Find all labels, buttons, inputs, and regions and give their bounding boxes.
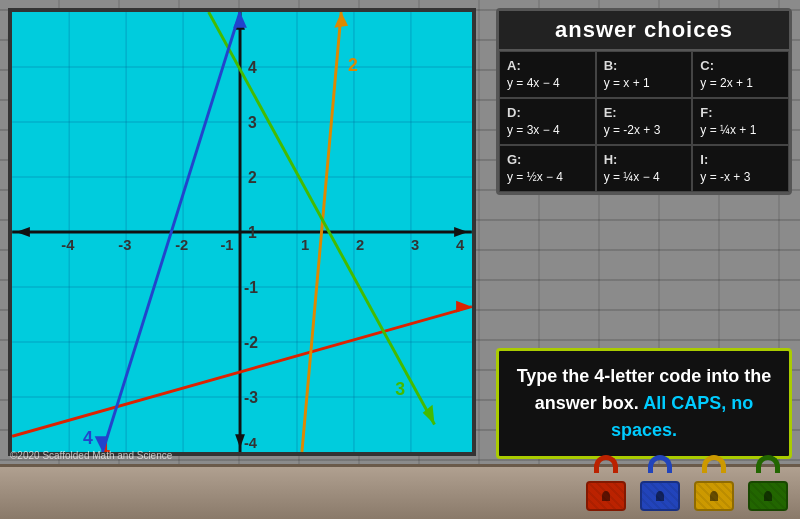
answer-cell-e: E:y = -2x + 3 [596, 98, 693, 145]
svg-text:4: 4 [456, 237, 465, 253]
svg-text:1: 1 [301, 237, 309, 253]
svg-text:2: 2 [356, 237, 364, 253]
svg-text:-1: -1 [244, 279, 258, 296]
svg-text:-4: -4 [244, 435, 258, 451]
padlock-body [748, 481, 788, 511]
padlock-3 [744, 453, 792, 511]
padlock-2 [690, 453, 738, 511]
answer-cell-b: B:y = x + 1 [596, 51, 693, 98]
padlock-0 [582, 453, 630, 511]
graph-container: 4 3 2 1 -1 -2 -3 -4 -4 -3 -2 -1 1 2 3 4 [8, 8, 476, 456]
svg-text:2: 2 [348, 55, 358, 75]
svg-text:4: 4 [83, 428, 93, 448]
svg-text:-3: -3 [244, 389, 258, 406]
answer-choices-header: answer choices [499, 11, 789, 51]
padlocks-container [582, 453, 792, 511]
answer-choices-panel: answer choices A:y = 4x − 4B:y = x + 1C:… [496, 8, 792, 195]
svg-text:2: 2 [248, 169, 257, 186]
padlock-shackle [756, 455, 780, 473]
answer-grid: A:y = 4x − 4B:y = x + 1C:y = 2x + 1D:y =… [499, 51, 789, 192]
svg-text:3: 3 [248, 114, 257, 131]
padlock-body [586, 481, 626, 511]
padlock-body [694, 481, 734, 511]
svg-text:3: 3 [395, 379, 405, 399]
svg-text:4: 4 [248, 59, 257, 76]
padlock-keyhole [656, 491, 664, 501]
instruction-highlight: All CAPS, no spaces. [611, 393, 753, 440]
graph-inner: 4 3 2 1 -1 -2 -3 -4 -4 -3 -2 -1 1 2 3 4 [12, 12, 472, 452]
padlock-body [640, 481, 680, 511]
padlock-keyhole [602, 491, 610, 501]
padlock-shackle [648, 455, 672, 473]
svg-text:-1: -1 [220, 237, 233, 253]
answer-cell-g: G:y = ½x − 4 [499, 145, 596, 192]
svg-text:-3: -3 [118, 237, 131, 253]
instruction-text: Type the 4-letter code into the answer b… [509, 363, 779, 444]
padlock-shackle [594, 455, 618, 473]
answer-cell-i: I:y = -x + 3 [692, 145, 789, 192]
svg-text:-2: -2 [175, 237, 188, 253]
padlock-shackle [702, 455, 726, 473]
answer-cell-c: C:y = 2x + 1 [692, 51, 789, 98]
svg-text:1: 1 [248, 224, 257, 241]
svg-text:-4: -4 [61, 237, 75, 253]
coordinate-graph: 4 3 2 1 -1 -2 -3 -4 -4 -3 -2 -1 1 2 3 4 [12, 12, 472, 452]
instruction-box: Type the 4-letter code into the answer b… [496, 348, 792, 459]
padlock-1 [636, 453, 684, 511]
copyright: ©2020 Scaffolded Math and Science [10, 450, 172, 461]
answer-cell-f: F:y = ¼x + 1 [692, 98, 789, 145]
answer-cell-d: D:y = 3x − 4 [499, 98, 596, 145]
svg-text:-2: -2 [244, 334, 258, 351]
answer-cell-h: H:y = ¼x − 4 [596, 145, 693, 192]
padlock-keyhole [764, 491, 772, 501]
answer-cell-a: A:y = 4x − 4 [499, 51, 596, 98]
svg-text:3: 3 [411, 237, 419, 253]
padlock-keyhole [710, 491, 718, 501]
